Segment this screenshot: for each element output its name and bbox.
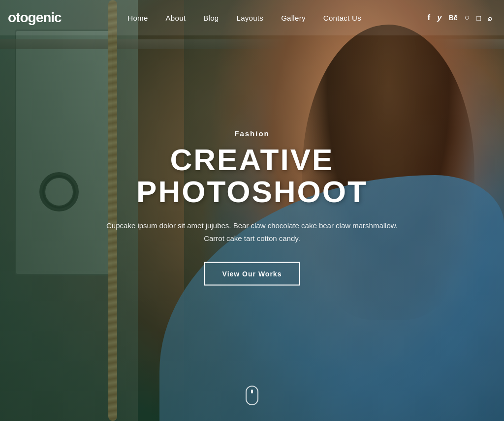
hero-section: otogenic Home About Blog Layouts Gallery… [0,0,504,421]
facebook-icon[interactable]: f [428,13,431,23]
nav-home[interactable]: Home [127,14,148,22]
behance-icon[interactable]: Bē [449,14,458,22]
instagram-icon[interactable]: □ [476,14,481,22]
scroll-dot [251,390,253,393]
hero-category: Fashion [104,129,400,138]
nav-about[interactable]: About [166,14,186,22]
nav-blog[interactable]: Blog [203,14,219,22]
hero-description: Cupcake ipsum dolor sit amet jujubes. Be… [104,219,400,244]
search-icon[interactable]: ⌕ [488,14,492,22]
nav-contact[interactable]: Contact Us [323,14,361,22]
nav-layouts[interactable]: Layouts [236,14,263,22]
site-header: otogenic Home About Blog Layouts Gallery… [0,0,504,35]
scroll-circle [246,386,258,405]
nav-gallery[interactable]: Gallery [281,14,306,22]
site-logo[interactable]: otogenic [8,10,62,26]
scroll-indicator[interactable] [246,386,258,405]
hero-content: Fashion CREATIVE PHOTOSHOOT Cupcake ipsu… [104,129,400,286]
github-icon[interactable]: ○ [465,13,470,23]
twitter-icon[interactable]: y [437,13,441,23]
hero-title: CREATIVE PHOTOSHOOT [104,144,400,208]
social-links: f y Bē ○ □ ⌕ [428,13,492,23]
hero-cta-button[interactable]: View Our Works [204,262,301,286]
main-nav: Home About Blog Layouts Gallery Contact … [127,14,361,22]
